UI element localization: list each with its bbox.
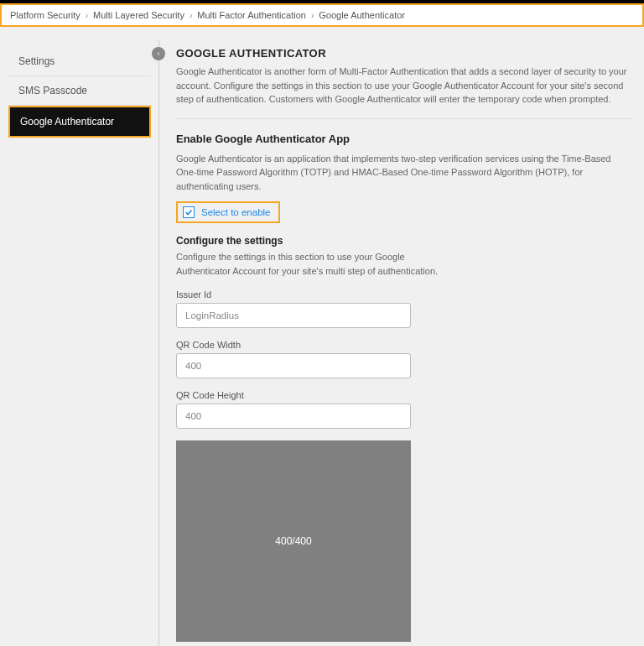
issuer-id-label: Issuer Id	[176, 289, 632, 300]
breadcrumb-item[interactable]: Multi Factor Authentication	[197, 10, 306, 20]
sidebar-item-settings[interactable]: Settings	[8, 47, 151, 76]
qr-width-label: QR Code Width	[176, 340, 632, 350]
configure-title: Configure the settings	[176, 235, 632, 247]
chevron-left-icon: ‹	[158, 49, 160, 58]
chevron-right-icon: ›	[311, 11, 314, 20]
chevron-right-icon: ›	[86, 11, 88, 20]
qr-preview-text: 400/400	[275, 535, 311, 547]
sidebar-item-google-authenticator[interactable]: Google Authenticator	[8, 106, 151, 138]
enable-checkbox[interactable]	[183, 206, 195, 218]
enable-checkbox-label: Select to enable	[201, 207, 270, 217]
breadcrumb-item[interactable]: Multi Layered Security	[93, 10, 184, 20]
issuer-id-input[interactable]	[176, 303, 411, 328]
qr-code-preview: 400/400	[176, 440, 411, 642]
main-content: GOOGLE AUTHENTICATOR Google Authenticato…	[166, 40, 636, 646]
sidebar: Settings SMS Passcode Google Authenticat…	[8, 40, 151, 646]
qr-height-label: QR Code Height	[176, 390, 632, 400]
enable-checkbox-row[interactable]: Select to enable	[176, 201, 280, 223]
chevron-right-icon: ›	[190, 11, 192, 20]
enable-section-title: Enable Google Authenticator App	[176, 133, 632, 145]
enable-section-description: Google Authenticator is an application t…	[176, 152, 632, 194]
breadcrumb-item[interactable]: Platform Security	[10, 10, 80, 20]
collapse-sidebar-button[interactable]: ‹	[152, 47, 165, 60]
page-title: GOOGLE AUTHENTICATOR	[176, 47, 632, 60]
page-description: Google Authenticator is another form of …	[176, 65, 632, 107]
checkmark-icon	[184, 208, 193, 216]
qr-height-input[interactable]	[176, 404, 411, 429]
configure-description: Configure the settings in this section t…	[176, 250, 444, 278]
qr-width-input[interactable]	[176, 353, 411, 378]
breadcrumb-item[interactable]: Google Authenticator	[319, 10, 405, 20]
sidebar-item-sms-passcode[interactable]: SMS Passcode	[8, 76, 151, 106]
breadcrumb: Platform Security › Multi Layered Securi…	[0, 3, 644, 27]
sidebar-divider: ‹	[151, 40, 166, 646]
divider	[176, 118, 632, 119]
